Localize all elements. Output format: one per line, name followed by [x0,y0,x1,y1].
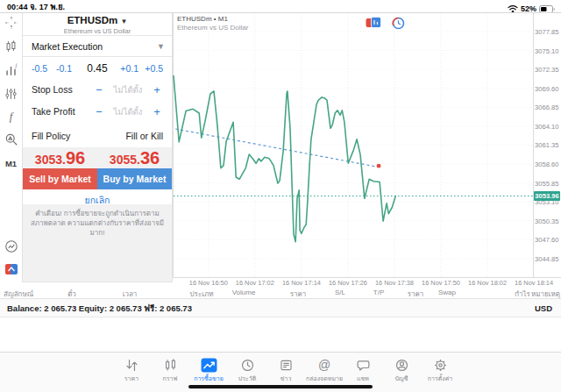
clock-session-icon[interactable] [392,17,405,33]
tune-icon[interactable] [0,84,22,103]
mailbox-icon: @ [318,357,330,373]
stop-loss-plus-button[interactable]: + [151,83,163,96]
table-header-10: Swap [438,289,456,296]
volume-inc-large-button[interactable]: +0.5 [138,63,163,74]
volume-inc-small-button[interactable]: +0.1 [114,63,138,74]
sell-by-market-button[interactable]: Sell by Market [23,168,97,189]
stop-loss-field[interactable]: ไม่ได้ตั้ง [105,83,151,96]
account-currency: USD [535,303,561,313]
nav-item-mailbox[interactable]: @กล่องจดหมาย [305,357,344,383]
bid-ask-prices: 3053.96 3055.36 [23,147,172,168]
symbol-name: ETHUSDm [67,15,118,25]
nav-label: ราคา [124,374,138,383]
symbol-description: Ethereum vs US Dollar [23,27,172,35]
fill-policy-row: Fill Policy Fill or Kill [23,126,172,146]
y-axis-tick: 3075.10 [535,47,557,55]
accounts-icon [394,357,409,373]
candles-icon[interactable] [0,37,22,56]
positions-table-header: สัญลักษณ์ตั๋วเวลาประเภทVolumeราคาS/LT/Pร… [0,286,561,299]
y-axis-tick: 3064.10 [535,123,557,131]
stats-circle-icon[interactable] [0,237,22,256]
take-profit-plus-button[interactable]: + [151,105,163,118]
take-profit-field[interactable]: ไม่ได้ตั้ง [105,105,151,118]
table-header-7: S/L [335,289,345,296]
news-icon [279,357,294,373]
buy-by-market-button[interactable]: Buy by Market [97,168,172,189]
status-time: 00:44 [7,3,28,11]
take-profit-minus-button[interactable]: − [93,105,105,118]
y-axis-tick: 3044.85 [535,255,557,263]
volume-dec-large-button[interactable]: -0.5 [32,63,56,74]
order-panel: ETHUSDm ▼ Ethereum vs US Dollar Market E… [22,13,173,282]
volume-stepper: -0.5 -0.1 0.45 +0.1 +0.5 [23,57,172,80]
chart-plot[interactable] [173,13,561,299]
metaquotes-logo-icon[interactable] [0,260,22,279]
trade-icon [201,357,217,373]
timeframe-button[interactable]: M1 [0,153,22,173]
table-header-8: T/P [373,289,384,296]
fill-policy-label: Fill Policy [32,131,125,141]
nav-item-charts[interactable]: กราฟ [151,357,189,383]
volume-dec-small-button[interactable]: -0.1 [56,63,81,74]
crosshair-icon[interactable] [0,13,22,32]
nav-item-news[interactable]: ข่าว [266,357,305,383]
objects-overlay-icon[interactable] [366,17,381,33]
order-type-selector[interactable]: Market Execution ▼ [23,36,172,57]
nav-item-accounts[interactable]: บัญชี [382,357,421,383]
nav-label: การซื้อขาย [194,374,224,383]
chevron-down-icon: ▼ [120,18,127,25]
sell-price: 3053.96 [23,147,97,168]
nav-item-settings[interactable]: การตั้งค่า [421,357,459,383]
take-profit-label: Take Profit [32,106,93,117]
y-axis-tick: 3066.85 [535,103,557,111]
nav-label: ประวัติ [238,374,256,383]
y-axis-tick: 3072.35 [535,66,557,74]
nav-label: กราฟ [163,374,178,383]
nav-item-quotes[interactable]: ราคา [112,357,151,383]
history-icon [240,357,255,373]
stop-loss-row: Stop Loss − ไม่ได้ตั้ง + [23,80,172,99]
symbol-selector[interactable]: ETHUSDm ▼ Ethereum vs US Dollar [23,13,172,36]
nav-label: แชท [357,374,369,383]
table-header-5: Volume [232,289,256,296]
indicators-icon[interactable]: f [0,61,22,80]
objects-icon[interactable] [0,130,22,149]
nav-item-history[interactable]: ประวัติ [228,357,266,383]
y-axis-tick: 3061.35 [535,141,557,149]
svg-text:f: f [15,63,18,68]
nav-item-chat[interactable]: แชท [344,357,382,383]
chart-subtitle: Ethereum vs US Dollar [177,24,248,32]
current-price-flag: 3053.96 [534,191,560,201]
y-axis-tick: 3050.35 [535,217,557,225]
fill-policy-value[interactable]: Fill or Kill [125,131,163,141]
chart-tool-strip: f f M1 [0,13,22,282]
execution-warning: คำเตือน! การซื้อขายจะถูกดำเนินการตามสภาพ… [23,204,172,282]
quotes-icon [124,357,139,373]
charts-icon [163,357,178,373]
nav-label: ข่าว [280,374,292,383]
nav-label: การตั้งค่า [428,374,453,383]
take-profit-row: Take Profit − ไม่ได้ตั้ง + [23,102,172,121]
y-axis-tick: 3058.60 [535,160,557,168]
stop-loss-minus-button[interactable]: − [93,83,105,96]
nav-label: บัญชี [394,374,408,383]
mt5-trading-app: 00:44 จ. 17 พ.ย. 52% [0,0,561,392]
function-icon[interactable]: f [0,107,22,126]
y-axis-tick: 3055.85 [535,180,557,188]
account-summary: Balance: 2 065.73 Equity: 2 065.73 ฟรี: … [0,302,535,315]
volume-value[interactable]: 0.45 [81,62,114,75]
clock-and-date: 00:44 จ. 17 พ.ย. [7,1,65,13]
y-axis-tick: 3077.85 [535,28,557,36]
settings-icon [433,357,448,373]
home-indicator[interactable] [188,385,373,388]
status-date: จ. 17 พ.ย. [30,3,65,11]
chart-title: ETHUSDm • M1 [177,15,228,23]
stop-loss-label: Stop Loss [32,84,93,95]
price-chart[interactable]: ETHUSDm • M1 Ethereum vs US Dollar 3077.… [173,13,561,299]
nav-label: กล่องจดหมาย [306,374,343,383]
chat-icon [356,357,371,373]
nav-item-trade[interactable]: การซื้อขาย [189,357,228,383]
order-type-value: Market Execution [32,41,157,52]
chevron-down-icon: ▼ [157,42,165,51]
y-axis-tick: 3047.60 [535,236,557,244]
